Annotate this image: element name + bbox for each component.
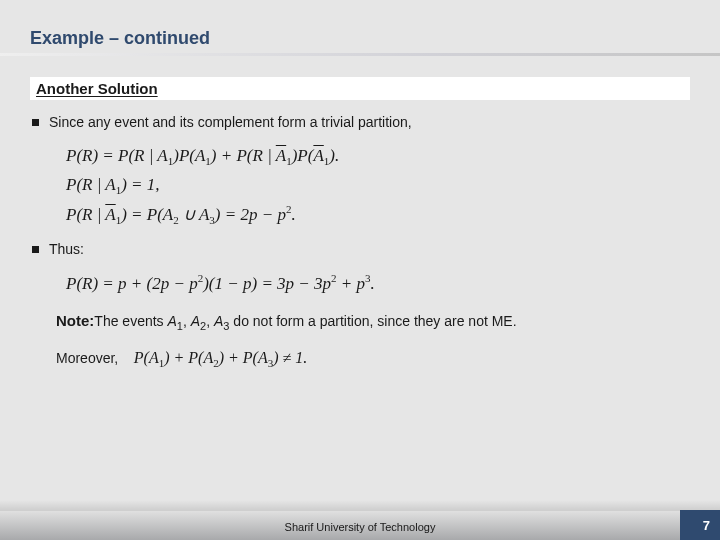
note-label: Note: — [56, 312, 94, 329]
equation-5: P(A1) + P(A2) + P(A3) ≠ 1. — [134, 349, 307, 366]
note-text: Note:The events A1, A2, A3 do not form a… — [56, 310, 692, 334]
moreover-label: Moreover, — [56, 350, 118, 366]
bullet-2-text: Thus: — [49, 241, 84, 257]
bullet-1: Since any event and its complement form … — [32, 114, 692, 130]
equation-block-2: P(R) = p + (2p − p2)(1 − p) = 3p − 3p2 +… — [66, 269, 692, 298]
bullet-2: Thus: — [32, 241, 692, 257]
divider — [0, 53, 720, 56]
page-number-badge: 7 — [680, 510, 720, 540]
slide: Example – continued Another Solution Sin… — [0, 0, 720, 540]
equation-4: P(R) = p + (2p − p2)(1 − p) = 3p − 3p2 +… — [66, 269, 692, 298]
content-area: Since any event and its complement form … — [32, 114, 692, 369]
equation-2: P(R | A1) = 1, — [66, 171, 692, 200]
page-number: 7 — [703, 518, 710, 533]
bullet-1-text: Since any event and its complement form … — [49, 114, 412, 130]
footer-text: Sharif University of Technology — [0, 521, 720, 533]
equation-3: P(R | A1) = P(A2 ∪ A3) = 2p − p2. — [66, 200, 692, 230]
bullet-dot-icon — [32, 246, 39, 253]
section-subhead: Another Solution — [30, 77, 690, 100]
bullet-dot-icon — [32, 119, 39, 126]
equation-block-1: P(R) = P(R | A1)P(A1) + P(R | A1)P(A1). … — [66, 142, 692, 229]
moreover-row: Moreover, P(A1) + P(A2) + P(A3) ≠ 1. — [56, 349, 692, 369]
slide-title: Example – continued — [30, 28, 210, 49]
footer-shadow — [0, 500, 720, 510]
equation-1: P(R) = P(R | A1)P(A1) + P(R | A1)P(A1). — [66, 142, 692, 171]
